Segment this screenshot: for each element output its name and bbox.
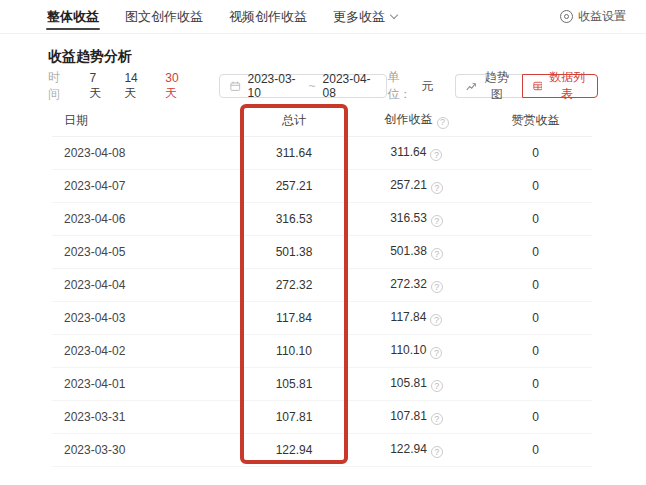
table-row: 2023-03-30122.94122.94?0 <box>52 434 592 467</box>
table-header-row: 日期 总计 创作收益? 赞赏收益 <box>52 104 592 137</box>
row-creation: 117.84? <box>354 310 479 327</box>
row-creation-value: 107.81 <box>390 409 427 423</box>
date-start: 2023-03-10 <box>248 72 302 100</box>
top-tabbar: 整体收益 图文创作收益 视频创作收益 更多收益 收益设置 <box>0 0 646 34</box>
range-7d-button[interactable]: 7天 <box>90 71 107 102</box>
info-icon[interactable]: ? <box>431 413 443 425</box>
row-creation: 257.21? <box>354 178 479 195</box>
column-header-date: 日期 <box>52 112 234 129</box>
unit-value: 元 <box>421 78 433 95</box>
row-total: 257.21 <box>234 179 354 193</box>
row-total: 122.94 <box>234 443 354 457</box>
tab-article-earnings[interactable]: 图文创作收益 <box>125 0 203 33</box>
row-total: 501.38 <box>234 245 354 259</box>
row-date: 2023-03-30 <box>52 443 234 457</box>
trend-chart-label: 趋势图 <box>482 69 512 103</box>
row-date: 2023-04-05 <box>52 245 234 259</box>
row-creation-value: 257.21 <box>390 178 427 192</box>
row-reward: 0 <box>479 443 592 457</box>
row-total: 316.53 <box>234 212 354 226</box>
row-reward: 0 <box>479 212 592 226</box>
row-creation: 107.81? <box>354 409 479 426</box>
row-reward: 0 <box>479 377 592 391</box>
info-icon[interactable]: ? <box>431 380 443 392</box>
earnings-tabs: 整体收益 图文创作收益 视频创作收益 更多收益 <box>47 0 397 33</box>
row-creation-value: 316.53 <box>390 211 427 225</box>
info-icon[interactable]: ? <box>430 347 442 359</box>
settings-icon <box>560 10 573 23</box>
row-date: 2023-04-02 <box>52 344 234 358</box>
date-separator: ~ <box>309 79 316 93</box>
row-date: 2023-04-06 <box>52 212 234 226</box>
row-total: 105.81 <box>234 377 354 391</box>
table-row: 2023-04-02110.10110.10?0 <box>52 335 592 368</box>
row-date: 2023-04-07 <box>52 179 234 193</box>
filter-row: 时间 7天 14天 30天 2023-03-10 ~ 2023-04-08 单位… <box>48 74 598 98</box>
row-creation-value: 105.81 <box>390 376 427 390</box>
filter-row-right: 单位： 元 趋势图 数据列表 <box>387 69 598 103</box>
table-body: 2023-04-08311.64311.64?02023-04-07257.21… <box>52 137 592 467</box>
row-creation: 272.32? <box>354 277 479 294</box>
tab-video-earnings[interactable]: 视频创作收益 <box>229 0 307 33</box>
earnings-trend-panel: 收益趋势分析 时间 7天 14天 30天 2023-03-10 ~ 2023-0… <box>0 48 646 467</box>
time-filter-label: 时间 <box>48 69 70 103</box>
info-icon[interactable]: ? <box>431 281 443 293</box>
row-creation: 316.53? <box>354 211 479 228</box>
tab-more-earnings[interactable]: 更多收益 <box>333 0 397 33</box>
row-creation-value: 311.64 <box>391 145 427 159</box>
row-total: 311.64 <box>234 146 354 160</box>
row-reward: 0 <box>479 146 592 160</box>
data-list-label: 数据列表 <box>547 69 587 103</box>
view-toggle: 趋势图 数据列表 <box>455 74 598 98</box>
table-row: 2023-04-07257.21257.21?0 <box>52 170 592 203</box>
earnings-settings-label: 收益设置 <box>578 8 626 25</box>
table-row: 2023-04-04272.32272.32?0 <box>52 269 592 302</box>
row-creation-value: 117.84 <box>391 310 427 324</box>
row-creation: 105.81? <box>354 376 479 393</box>
row-reward: 0 <box>479 245 592 259</box>
row-creation-value: 272.32 <box>390 277 427 291</box>
help-icon[interactable]: ? <box>437 117 449 129</box>
row-reward: 0 <box>479 344 592 358</box>
row-date: 2023-03-31 <box>52 410 234 424</box>
row-date: 2023-04-04 <box>52 278 234 292</box>
data-list-icon <box>533 80 543 92</box>
row-creation-value: 122.94 <box>390 442 427 456</box>
table-row: 2023-04-08311.64311.64?0 <box>52 137 592 170</box>
column-header-total: 总计 <box>234 112 354 129</box>
range-30d-button[interactable]: 30天 <box>165 71 188 102</box>
info-icon[interactable]: ? <box>431 446 443 458</box>
column-header-creation-label: 创作收益 <box>385 112 433 126</box>
range-14d-button[interactable]: 14天 <box>124 71 147 102</box>
table-row: 2023-04-01105.81105.81?0 <box>52 368 592 401</box>
row-total: 107.81 <box>234 410 354 424</box>
info-icon[interactable]: ? <box>431 248 443 260</box>
data-list-button[interactable]: 数据列表 <box>522 74 599 98</box>
date-range-picker[interactable]: 2023-03-10 ~ 2023-04-08 <box>219 74 387 98</box>
column-header-creation: 创作收益? <box>354 111 479 129</box>
info-icon[interactable]: ? <box>430 314 442 326</box>
calendar-icon <box>230 80 241 92</box>
row-date: 2023-04-01 <box>52 377 234 391</box>
table-row: 2023-04-06316.53316.53?0 <box>52 203 592 236</box>
row-total: 272.32 <box>234 278 354 292</box>
row-total: 117.84 <box>234 311 354 325</box>
row-date: 2023-04-08 <box>52 146 234 160</box>
row-reward: 0 <box>479 311 592 325</box>
trend-chart-icon <box>466 80 477 93</box>
date-end: 2023-04-08 <box>323 72 377 100</box>
table-row: 2023-04-03117.84117.84?0 <box>52 302 592 335</box>
unit-label: 单位： <box>387 69 419 103</box>
info-icon[interactable]: ? <box>430 149 442 161</box>
earnings-table: 日期 总计 创作收益? 赞赏收益 2023-04-08311.64311.64?… <box>52 104 592 467</box>
trend-chart-button[interactable]: 趋势图 <box>455 74 521 98</box>
row-creation-value: 501.38 <box>390 244 427 258</box>
row-reward: 0 <box>479 278 592 292</box>
earnings-settings-button[interactable]: 收益设置 <box>560 0 626 33</box>
info-icon[interactable]: ? <box>431 182 443 194</box>
row-creation-value: 110.10 <box>391 343 427 357</box>
row-reward: 0 <box>479 179 592 193</box>
row-creation: 122.94? <box>354 442 479 459</box>
info-icon[interactable]: ? <box>431 215 443 227</box>
tab-overall-earnings[interactable]: 整体收益 <box>47 0 99 33</box>
